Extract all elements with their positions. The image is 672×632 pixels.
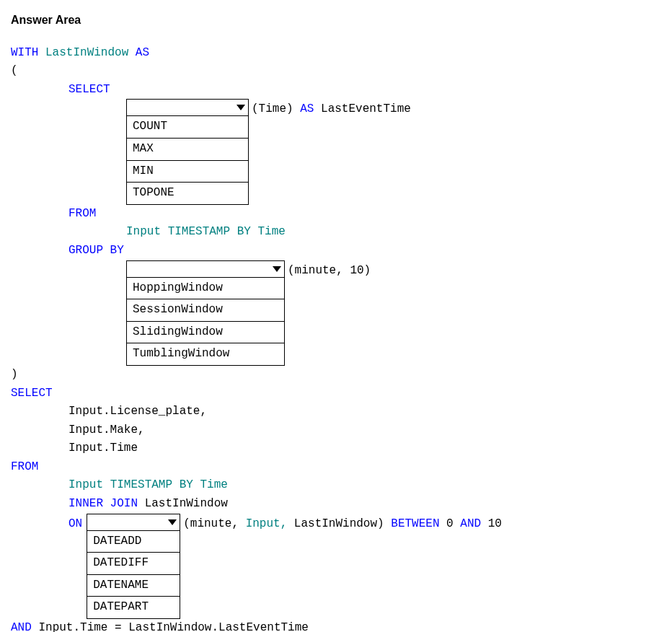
- dropdown-1-option[interactable]: MIN: [127, 161, 248, 183]
- groupby-suffix: (minute, 10): [288, 260, 371, 281]
- answer-area-header: Answer Area: [11, 11, 661, 30]
- dropdown-1-select[interactable]: [126, 99, 249, 116]
- on-suffix: (minute, Input, LastInWindow) BETWEEN 0 …: [183, 514, 502, 534]
- dropdown-3-option[interactable]: DATEDIFF: [87, 553, 180, 575]
- sql-open-paren: (: [11, 62, 661, 81]
- chevron-down-icon: [236, 105, 245, 110]
- sql-close-paren: ): [11, 366, 661, 385]
- dropdown-2-select[interactable]: [126, 260, 285, 278]
- dropdown-1-option[interactable]: TOPONE: [127, 183, 248, 204]
- sql-groupby-kw: GROUP BY: [11, 242, 661, 260]
- sql-from-clause: Input TIMESTAMP BY Time: [11, 223, 661, 242]
- sql-from-kw: FROM: [11, 205, 661, 224]
- dropdown-2: HoppingWindow SessionWindow SlidingWindo…: [126, 260, 285, 366]
- dropdown-1-option[interactable]: COUNT: [127, 116, 248, 139]
- sql-from2-clause: Input TIMESTAMP BY Time: [11, 476, 661, 495]
- dropdown-1-options: COUNT MAX MIN TOPONE: [126, 116, 249, 204]
- dropdown-3-select[interactable]: [87, 514, 180, 531]
- on-kw: ON: [68, 514, 82, 534]
- dropdown-row-3: ON DATEADD DATEDIFF DATENAME DATEPART (m…: [11, 514, 661, 619]
- dropdown-2-option[interactable]: TumblingWindow: [127, 343, 284, 365]
- select-suffix: (Time) AS LastEventTime: [252, 99, 411, 119]
- dropdown-row-1: COUNT MAX MIN TOPONE (Time) AS LastEvent…: [11, 99, 661, 204]
- dropdown-2-option[interactable]: HoppingWindow: [127, 278, 284, 300]
- chevron-down-icon: [168, 519, 177, 525]
- dropdown-row-2: HoppingWindow SessionWindow SlidingWindo…: [11, 260, 661, 366]
- sql-col3: Input.Time: [11, 439, 661, 458]
- dropdown-3-option[interactable]: DATEPART: [87, 597, 180, 618]
- sql-col2: Input.Make,: [11, 421, 661, 440]
- dropdown-1: COUNT MAX MIN TOPONE: [126, 99, 249, 204]
- sql-innerjoin: INNER JOIN LastInWindow: [11, 495, 661, 514]
- chevron-down-icon: [273, 266, 281, 272]
- dropdown-3: DATEADD DATEDIFF DATENAME DATEPART: [87, 514, 180, 619]
- sql-and-final: AND Input.Time = LastInWindow.LastEventT…: [11, 619, 661, 632]
- dropdown-3-options: DATEADD DATEDIFF DATENAME DATEPART: [87, 531, 180, 619]
- dropdown-2-option[interactable]: SessionWindow: [127, 299, 284, 322]
- sql-line-with: WITH LastInWindow AS: [11, 44, 661, 63]
- dropdown-2-options: HoppingWindow SessionWindow SlidingWindo…: [126, 278, 285, 366]
- sql-col1: Input.License_plate,: [11, 403, 661, 421]
- dropdown-3-option[interactable]: DATEADD: [87, 531, 180, 553]
- sql-select-kw: SELECT: [11, 81, 661, 100]
- dropdown-3-option[interactable]: DATENAME: [87, 575, 180, 597]
- dropdown-2-option[interactable]: SlidingWindow: [127, 322, 284, 344]
- sql-from2-kw: FROM: [11, 458, 661, 477]
- sql-select2-kw: SELECT: [11, 385, 661, 403]
- dropdown-1-option[interactable]: MAX: [127, 139, 248, 161]
